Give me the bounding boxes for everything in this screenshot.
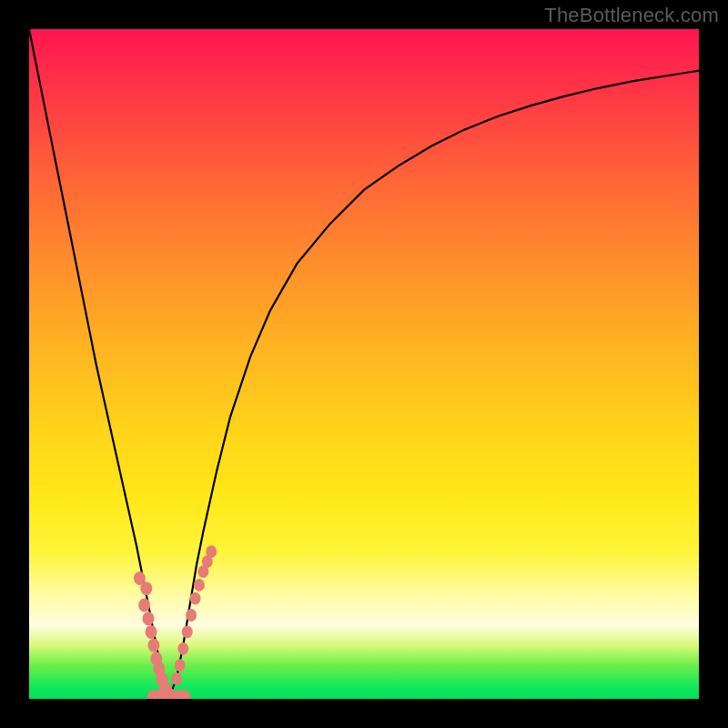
data-marker [190, 592, 201, 605]
data-marker [194, 579, 205, 592]
data-marker [177, 642, 188, 655]
data-marker [186, 609, 197, 622]
data-marker [146, 625, 157, 639]
data-marker [206, 545, 217, 558]
watermark-text: TheBottleneck.com [544, 4, 719, 27]
data-markers [134, 545, 217, 699]
curve-layer [29, 29, 699, 699]
data-marker [175, 659, 186, 672]
data-marker [138, 599, 150, 612]
chart-frame: TheBottleneck.com [0, 0, 728, 728]
plot-area [29, 29, 699, 699]
data-marker [140, 581, 152, 595]
data-marker [171, 672, 182, 685]
data-marker [143, 612, 155, 625]
data-marker [182, 626, 193, 639]
data-marker [147, 639, 159, 652]
bottleneck-curve [29, 29, 699, 695]
